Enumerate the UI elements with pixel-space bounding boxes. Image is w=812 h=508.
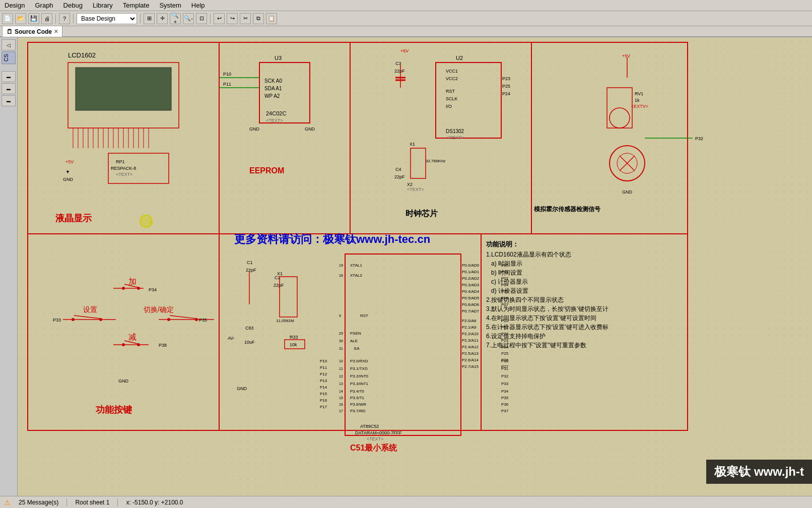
svg-text:XTAL1: XTAL1 — [350, 263, 362, 268]
svg-text:VCC1: VCC1 — [446, 69, 458, 74]
menu-design[interactable]: Design — [2, 1, 27, 10]
menu-debug[interactable]: Debug — [61, 1, 85, 10]
tab-source-code[interactable]: 🗒 Source Code ✕ — [2, 26, 62, 37]
canvas-area[interactable]: LCD1602 RP1 RESPACK-8 — [18, 37, 812, 496]
svg-text:+5V: +5V — [622, 53, 630, 58]
svg-text:a) 时间显示: a) 时间显示 — [491, 260, 522, 267]
btn-print[interactable]: 🖨 — [41, 13, 52, 24]
svg-text:X1: X1 — [277, 271, 283, 276]
svg-text:DATARAM=0000-7FFF: DATARAM=0000-7FFF — [355, 430, 402, 435]
svg-text:EA: EA — [354, 346, 360, 351]
sep2 — [73, 14, 74, 24]
svg-text:P33: P33 — [501, 382, 509, 386]
toolbar: 📄 📂 💾 🖨 ? Base Design ⊞ ✛ 🔍+ 🔍- ⊡ ↩ ↪ ✂ … — [0, 11, 812, 26]
svg-text:P17: P17 — [320, 405, 327, 409]
menu-help[interactable]: Help — [189, 1, 208, 10]
btn-redo[interactable]: ↪ — [227, 13, 238, 24]
svg-text:22pF: 22pF — [394, 174, 405, 179]
svg-text:P2.0/A8: P2.0/A8 — [462, 319, 477, 323]
svg-text:13: 13 — [339, 382, 343, 386]
sidebar-label-cs[interactable]: CS — [2, 51, 16, 64]
svg-text:SCK  A0: SCK A0 — [264, 78, 282, 84]
svg-text:P3.0/RXD: P3.0/RXD — [350, 359, 368, 363]
btn-grid[interactable]: ⊞ — [144, 13, 155, 24]
btn-save[interactable]: 💾 — [28, 13, 39, 24]
tab-label: Source Code — [15, 28, 52, 35]
sidebar-btn-4[interactable]: ▬ — [2, 95, 16, 106]
btn-help[interactable]: ? — [59, 13, 70, 24]
btn-cut[interactable]: ✂ — [240, 13, 251, 24]
svg-text:EEPROM: EEPROM — [249, 166, 284, 175]
svg-text:P31: P31 — [501, 366, 509, 371]
svg-text:P3.5/T1: P3.5/T1 — [350, 396, 365, 400]
svg-text:I/O: I/O — [446, 104, 452, 109]
svg-text:P11: P11 — [320, 365, 327, 370]
left-sidebar: ◁ CS ▬ ▬ ▬ — [0, 37, 18, 496]
svg-text:P25: P25 — [501, 351, 509, 356]
menu-library[interactable]: Library — [90, 1, 115, 10]
svg-text:P11: P11 — [223, 82, 231, 87]
svg-text:29: 29 — [339, 332, 343, 335]
btn-zoom-in[interactable]: 🔍+ — [170, 13, 181, 24]
svg-text:P0.3/AD3: P0.3/AD3 — [462, 283, 480, 287]
btn-undo[interactable]: ↩ — [214, 13, 225, 24]
svg-text:11.0592M: 11.0592M — [276, 319, 294, 323]
menu-system[interactable]: System — [157, 1, 183, 10]
svg-text:VCC2: VCC2 — [446, 76, 458, 81]
svg-text:P0.5/AD5: P0.5/AD5 — [462, 296, 480, 300]
svg-text:RESPACK-8: RESPACK-8 — [111, 166, 136, 171]
svg-text:P24: P24 — [502, 91, 510, 96]
svg-rect-9 — [76, 68, 171, 110]
svg-line-107 — [170, 315, 195, 319]
sidebar-btn-1[interactable]: ◁ — [2, 39, 16, 50]
menu-graph[interactable]: Graph — [32, 1, 55, 10]
btn-copy[interactable]: ⧉ — [253, 13, 264, 24]
svg-text:RV1: RV1 — [635, 91, 643, 96]
svg-text:R33: R33 — [290, 335, 298, 340]
svg-rect-68 — [411, 148, 426, 178]
svg-text:PSEN: PSEN — [350, 331, 361, 336]
svg-text:P38: P38 — [159, 343, 167, 348]
svg-text:SDA  A1: SDA A1 — [264, 86, 282, 91]
svg-text:模拟霍尔传感器检测信号: 模拟霍尔传感器检测信号 — [533, 206, 601, 213]
svg-text:14: 14 — [339, 390, 343, 393]
svg-text:ALE: ALE — [350, 339, 358, 343]
btn-open[interactable]: 📂 — [15, 13, 26, 24]
menu-template[interactable]: Template — [120, 1, 152, 10]
svg-text:<TEXT>: <TEXT> — [447, 135, 464, 140]
svg-rect-4 — [28, 234, 219, 430]
svg-text:P3.3/INT1: P3.3/INT1 — [350, 382, 369, 386]
svg-text:9: 9 — [339, 314, 341, 318]
svg-text:P0.6/AD6: P0.6/AD6 — [462, 302, 480, 307]
tab-close-btn[interactable]: ✕ — [54, 29, 58, 34]
status-div-2 — [117, 498, 118, 506]
svg-text:b) 时间设置: b) 时间设置 — [491, 269, 522, 276]
svg-text:GND: GND — [118, 378, 129, 384]
svg-text:P32: P32 — [501, 374, 509, 378]
design-dropdown[interactable]: Base Design — [77, 13, 137, 24]
svg-text:P36: P36 — [501, 402, 509, 407]
svg-text:P2.1/A9: P2.1/A9 — [462, 325, 477, 330]
svg-text:P10: P10 — [320, 359, 327, 363]
btn-cross[interactable]: ✛ — [157, 13, 168, 24]
svg-text:P32: P32 — [695, 136, 703, 141]
sep1 — [55, 14, 56, 24]
svg-text:15: 15 — [339, 396, 343, 400]
btn-new[interactable]: 📄 — [2, 13, 13, 24]
sidebar-btn-2[interactable]: ▬ — [2, 71, 16, 82]
svg-text:4.在时间显示状态下按'设置'键可设置时间: 4.在时间显示状态下按'设置'键可设置时间 — [486, 314, 596, 322]
svg-text:GND: GND — [305, 126, 315, 132]
svg-text:P13: P13 — [320, 378, 327, 383]
svg-text:P2.5/A13: P2.5/A13 — [462, 351, 479, 356]
svg-text:DS1302: DS1302 — [446, 129, 464, 134]
svg-text:2.按键切换四个不同显示状态: 2.按键切换四个不同显示状态 — [486, 296, 564, 303]
sep4 — [210, 14, 211, 24]
svg-text:<EXTV>: <EXTV> — [631, 104, 648, 109]
svg-text:12: 12 — [339, 374, 343, 378]
btn-paste[interactable]: 📋 — [266, 13, 277, 24]
btn-zoom-out[interactable]: 🔍- — [183, 13, 194, 24]
btn-zoom-fit[interactable]: ⊡ — [196, 13, 207, 24]
sidebar-btn-3[interactable]: ▬ — [2, 83, 16, 94]
svg-text:C4: C4 — [395, 167, 401, 172]
svg-text:P3.7/RD: P3.7/RD — [350, 409, 365, 413]
